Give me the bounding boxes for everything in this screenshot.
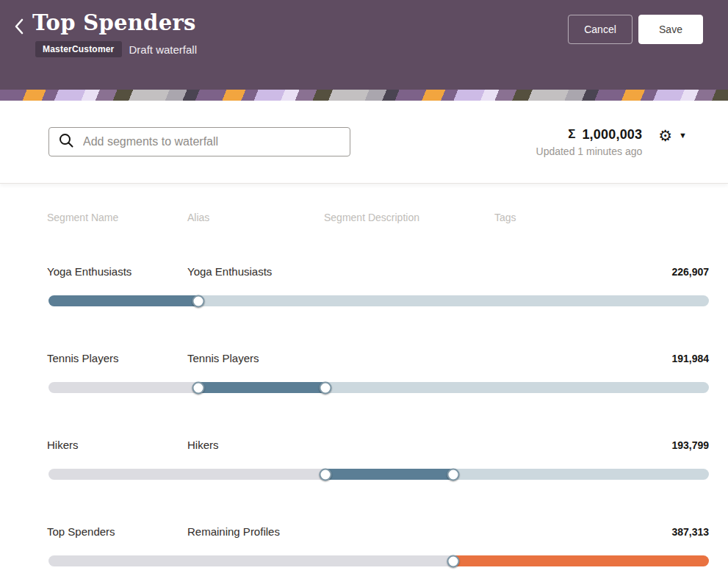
slider-segment-track_consumed	[48, 382, 198, 393]
segment-alias: Tennis Players	[187, 352, 324, 364]
total-profiles-count: 1,000,003	[582, 127, 642, 143]
totals-summary: Σ 1,000,003 Updated 1 minutes ago ⚙ ▼	[536, 127, 687, 157]
slider-handle[interactable]	[192, 381, 205, 394]
column-header-tags: Tags	[494, 212, 709, 223]
chevron-left-icon	[13, 18, 25, 35]
segment-search-box[interactable]	[48, 127, 350, 156]
segment-name: Top Spenders	[47, 525, 187, 538]
back-button[interactable]	[13, 10, 29, 35]
segment-count: 191,984	[671, 353, 709, 364]
slider-handle[interactable]	[447, 468, 460, 480]
segment-count: 387,313	[671, 526, 709, 538]
decorative-banner-strip	[0, 90, 728, 101]
settings-menu-button[interactable]: ⚙ ▼	[658, 127, 687, 143]
slider-segment-fill	[325, 469, 453, 480]
segment-count: 193,799	[671, 439, 709, 451]
page-title: Top Spenders	[29, 10, 196, 35]
segment-list: Segment Name Alias Segment Description T…	[0, 184, 728, 566]
segment-range-slider[interactable]	[48, 555, 709, 566]
gear-icon: ⚙	[658, 128, 672, 143]
toolbar: Σ 1,000,003 Updated 1 minutes ago ⚙ ▼	[0, 101, 728, 184]
slider-handle[interactable]	[319, 381, 331, 394]
save-button[interactable]: Save	[638, 15, 703, 44]
chevron-down-icon: ▼	[679, 132, 687, 140]
search-input[interactable]	[83, 135, 341, 148]
search-icon	[58, 132, 74, 151]
table-row: Top Spenders Remaining Profiles 387,313	[0, 525, 728, 566]
sigma-icon: Σ	[568, 127, 575, 142]
slider-segment-track_remaining	[453, 469, 709, 480]
slider-track	[48, 555, 709, 566]
segment-range-slider[interactable]	[48, 469, 709, 480]
source-badge: MasterCustomer	[35, 41, 122, 57]
slider-segment-accent_orange	[453, 555, 709, 566]
page-header: Top Spenders MasterCustomer Draft waterf…	[0, 0, 728, 90]
slider-handle[interactable]	[447, 555, 460, 567]
column-headers: Segment Name Alias Segment Description T…	[0, 212, 728, 223]
table-row: Yoga Enthusiasts Yoga Enthusiasts 226,90…	[0, 265, 728, 306]
slider-track	[48, 295, 709, 306]
slider-handle[interactable]	[192, 295, 205, 307]
segment-name: Yoga Enthusiasts	[47, 265, 187, 278]
segment-range-slider[interactable]	[48, 295, 709, 306]
column-header-segment-name: Segment Name	[47, 212, 187, 223]
segment-name: Hikers	[47, 439, 187, 451]
slider-track	[48, 469, 709, 480]
slider-track	[48, 382, 709, 393]
segment-alias: Yoga Enthusiasts	[187, 265, 324, 278]
last-updated-text: Updated 1 minutes ago	[536, 145, 643, 157]
slider-segment-fill	[48, 295, 198, 306]
cancel-button[interactable]: Cancel	[568, 15, 633, 44]
segment-alias: Hikers	[187, 439, 324, 451]
column-header-alias: Alias	[187, 212, 324, 223]
segment-alias: Remaining Profiles	[187, 525, 324, 538]
slider-segment-track_consumed	[48, 469, 325, 480]
slider-handle[interactable]	[319, 468, 331, 480]
segment-range-slider[interactable]	[48, 382, 709, 393]
slider-segment-track_remaining	[325, 382, 709, 393]
status-subtitle: Draft waterfall	[129, 43, 198, 56]
waterfall-editor: Top Spenders MasterCustomer Draft waterf…	[0, 0, 728, 576]
segment-count: 226,907	[671, 266, 709, 278]
slider-segment-track_consumed	[48, 555, 453, 566]
column-header-description: Segment Description	[324, 212, 494, 223]
segment-name: Tennis Players	[47, 352, 187, 364]
table-row: Hikers Hikers 193,799	[0, 439, 728, 480]
slider-segment-fill	[198, 382, 325, 393]
slider-segment-track_remaining	[198, 295, 709, 306]
table-row: Tennis Players Tennis Players 191,984	[0, 352, 728, 393]
